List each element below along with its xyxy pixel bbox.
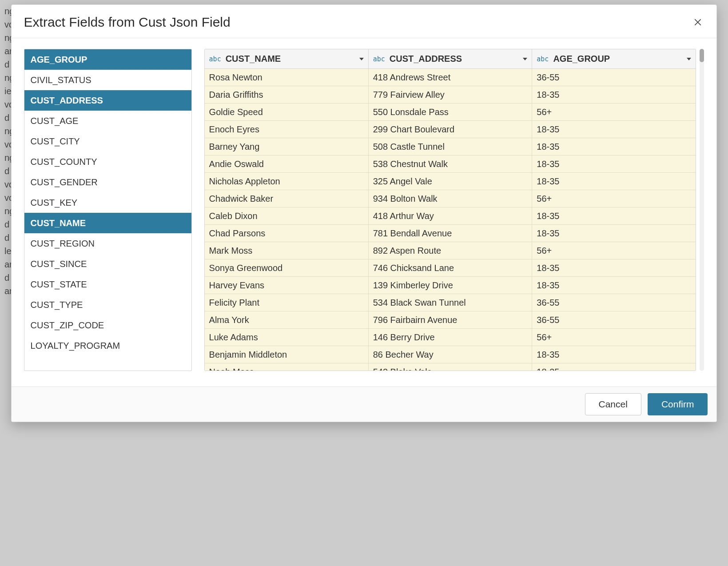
field-item-cust_region[interactable]: CUST_REGION	[24, 233, 191, 254]
table-cell: 508 Castle Tunnel	[368, 138, 532, 155]
table-row: Daria Griffiths779 Fairview Alley18-35	[205, 86, 696, 104]
table-cell: 139 Kimberley Drive	[368, 277, 532, 294]
table-row: Noah Moss542 Blake Vale18-35	[205, 363, 696, 371]
table-row: Harvey Evans139 Kimberley Drive18-35	[205, 277, 696, 294]
table-cell: 18-35	[532, 86, 696, 104]
table-row: Rosa Newton418 Andrews Street36-55	[205, 69, 696, 86]
table-cell: Daria Griffiths	[205, 86, 369, 104]
table-cell: 36-55	[532, 311, 696, 329]
confirm-button[interactable]: Confirm	[648, 393, 708, 415]
preview-scrollbar[interactable]	[700, 49, 704, 371]
table-cell: 146 Berry Drive	[368, 329, 532, 346]
table-cell: 36-55	[532, 69, 696, 86]
preview-table: abcCUST_NAMEabcCUST_ADDRESSabcAGE_GROUP …	[205, 49, 696, 371]
dialog-header: Extract Fields from Cust Json Field	[12, 5, 717, 38]
column-header-cust_address[interactable]: abcCUST_ADDRESS	[368, 49, 532, 69]
table-row: Barney Yang508 Castle Tunnel18-35	[205, 138, 696, 155]
table-row: Mark Moss892 Aspen Route56+	[205, 242, 696, 259]
field-item-loyalty_program[interactable]: LOYALTY_PROGRAM	[24, 335, 191, 356]
preview-table-container: abcCUST_NAMEabcCUST_ADDRESSabcAGE_GROUP …	[204, 49, 696, 371]
field-item-age_group[interactable]: AGE_GROUP	[24, 49, 191, 70]
field-item-cust_key[interactable]: CUST_KEY	[24, 192, 191, 213]
column-name: CUST_ADDRESS	[390, 54, 519, 64]
close-icon	[693, 18, 702, 27]
table-cell: 56+	[532, 242, 696, 259]
table-cell: Goldie Speed	[205, 104, 369, 121]
scrollbar-thumb[interactable]	[700, 49, 704, 62]
table-cell: 418 Andrews Street	[368, 69, 532, 86]
table-row: Caleb Dixon418 Arthur Way18-35	[205, 207, 696, 225]
table-cell: 18-35	[532, 173, 696, 190]
table-cell: Andie Oswald	[205, 155, 369, 173]
table-cell: 542 Blake Vale	[368, 363, 532, 371]
table-row: Alma York796 Fairbairn Avenue36-55	[205, 311, 696, 329]
table-row: Chad Parsons781 Bendall Avenue18-35	[205, 225, 696, 242]
field-item-cust_age[interactable]: CUST_AGE	[24, 111, 191, 131]
table-row: Luke Adams146 Berry Drive56+	[205, 329, 696, 346]
table-row: Felicity Plant534 Black Swan Tunnel36-55	[205, 294, 696, 311]
table-row: Goldie Speed550 Lonsdale Pass56+	[205, 104, 696, 121]
table-cell: 18-35	[532, 155, 696, 173]
table-row: Enoch Eyres299 Chart Boulevard18-35	[205, 121, 696, 138]
table-cell: 892 Aspen Route	[368, 242, 532, 259]
table-cell: Noah Moss	[205, 363, 369, 371]
field-list[interactable]: AGE_GROUPCIVIL_STATUSCUST_ADDRESSCUST_AG…	[24, 49, 192, 371]
table-cell: 18-35	[532, 121, 696, 138]
field-item-cust_address[interactable]: CUST_ADDRESS	[24, 90, 191, 111]
table-cell: 779 Fairview Alley	[368, 86, 532, 104]
table-cell: Felicity Plant	[205, 294, 369, 311]
table-cell: 746 Chicksand Lane	[368, 259, 532, 277]
table-cell: 418 Arthur Way	[368, 207, 532, 225]
table-cell: Rosa Newton	[205, 69, 369, 86]
table-row: Sonya Greenwood746 Chicksand Lane18-35	[205, 259, 696, 277]
preview-area: abcCUST_NAMEabcCUST_ADDRESSabcAGE_GROUP …	[204, 49, 704, 371]
chevron-down-icon[interactable]	[687, 58, 691, 60]
table-cell: Alma York	[205, 311, 369, 329]
table-cell: Chad Parsons	[205, 225, 369, 242]
table-cell: 18-35	[532, 207, 696, 225]
table-cell: 781 Bendall Avenue	[368, 225, 532, 242]
field-item-cust_since[interactable]: CUST_SINCE	[24, 254, 191, 274]
table-row: Benjamin Middleton86 Becher Way18-35	[205, 346, 696, 363]
chevron-down-icon[interactable]	[359, 58, 364, 60]
modal-overlay: Extract Fields from Cust Json Field AGE_…	[0, 0, 728, 566]
chevron-down-icon[interactable]	[523, 58, 527, 60]
field-item-cust_zip_code[interactable]: CUST_ZIP_CODE	[24, 315, 191, 335]
field-item-cust_city[interactable]: CUST_CITY	[24, 131, 191, 151]
table-cell: Barney Yang	[205, 138, 369, 155]
field-item-cust_gender[interactable]: CUST_GENDER	[24, 172, 191, 192]
column-header-cust_name[interactable]: abcCUST_NAME	[205, 49, 369, 69]
dialog-footer: Cancel Confirm	[12, 387, 717, 422]
table-cell: 36-55	[532, 294, 696, 311]
field-item-cust_name[interactable]: CUST_NAME	[24, 213, 191, 233]
table-cell: 538 Chestnut Walk	[368, 155, 532, 173]
field-item-cust_state[interactable]: CUST_STATE	[24, 274, 191, 295]
table-cell: Chadwick Baker	[205, 190, 369, 207]
table-cell: 86 Becher Way	[368, 346, 532, 363]
table-cell: 796 Fairbairn Avenue	[368, 311, 532, 329]
column-header-age_group[interactable]: abcAGE_GROUP	[532, 49, 696, 69]
table-cell: Nicholas Appleton	[205, 173, 369, 190]
table-row: Chadwick Baker934 Bolton Walk56+	[205, 190, 696, 207]
table-cell: 550 Lonsdale Pass	[368, 104, 532, 121]
type-badge: abc	[209, 55, 221, 63]
table-cell: 325 Angel Vale	[368, 173, 532, 190]
table-cell: Luke Adams	[205, 329, 369, 346]
type-badge: abc	[373, 55, 385, 63]
table-cell: 534 Black Swan Tunnel	[368, 294, 532, 311]
table-cell: 934 Bolton Walk	[368, 190, 532, 207]
column-name: CUST_NAME	[226, 54, 355, 64]
table-cell: 18-35	[532, 277, 696, 294]
table-cell: Mark Moss	[205, 242, 369, 259]
field-item-civil_status[interactable]: CIVIL_STATUS	[24, 70, 191, 90]
field-item-cust_type[interactable]: CUST_TYPE	[24, 295, 191, 315]
table-row: Nicholas Appleton325 Angel Vale18-35	[205, 173, 696, 190]
table-cell: 18-35	[532, 346, 696, 363]
cancel-button[interactable]: Cancel	[585, 393, 641, 415]
table-cell: 299 Chart Boulevard	[368, 121, 532, 138]
field-item-cust_county[interactable]: CUST_COUNTY	[24, 151, 191, 172]
table-cell: 18-35	[532, 259, 696, 277]
close-button[interactable]	[692, 16, 704, 28]
extract-fields-dialog: Extract Fields from Cust Json Field AGE_…	[11, 4, 717, 422]
table-cell: Sonya Greenwood	[205, 259, 369, 277]
